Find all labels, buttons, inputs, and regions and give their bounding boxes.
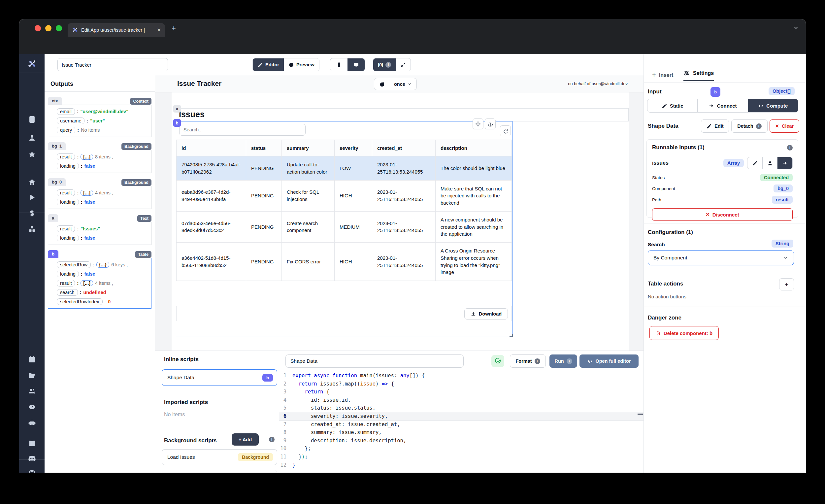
expand-chip[interactable]: [...] [80,154,93,160]
plus-icon: + [652,71,656,79]
user-kind-button[interactable] [762,157,777,169]
table-component-b[interactable]: idstatussummaryseveritycreated_atdescrip… [175,121,513,337]
expand-chip[interactable]: [...] [80,190,93,196]
anchor-component-icon[interactable] [485,119,496,129]
output-key-chip[interactable]: username [57,118,84,124]
format-button[interactable]: Formati [510,355,546,368]
building-icon[interactable] [19,113,45,126]
eye-icon[interactable] [19,401,45,414]
search-mode-select[interactable]: By Component [648,250,794,265]
code-editor[interactable]: 1export async function main(issues: any[… [279,372,644,469]
output-key-chip[interactable]: query [57,127,75,133]
output-key-chip[interactable]: selectedRow [57,262,91,268]
output-key-chip[interactable]: loading [57,199,79,205]
users-icon[interactable] [19,384,45,398]
output-section-tab[interactable]: bg_0 [48,178,66,186]
cubes-icon[interactable] [19,222,45,236]
expand-chip[interactable]: [...] [80,280,93,286]
output-key-chip[interactable]: result [57,153,75,160]
static-mode-button[interactable]: Static [648,99,697,112]
edit-button[interactable]: Edit [701,120,729,133]
static-kind-button[interactable] [747,157,762,169]
star-icon[interactable] [19,148,45,161]
tab-settings[interactable]: Settings [683,70,714,81]
mobile-view-button[interactable] [330,58,348,71]
play-icon[interactable] [19,191,45,204]
column-header-status[interactable]: status [246,140,282,156]
preview-tab[interactable]: Preview [284,58,319,71]
table-row[interactable]: 794208f5-2735-428a-b4af-b071ff0a2962PEND… [176,156,512,181]
script-name-input[interactable] [286,355,464,368]
output-section-tab[interactable]: a [48,214,58,222]
browser-tab[interactable]: Edit App u/user/issue-tracker | ✕ [68,23,165,37]
output-key-chip[interactable]: result [57,280,75,286]
connect-mode-button[interactable]: Connect [697,99,747,112]
close-window-button[interactable] [34,25,41,31]
person-icon[interactable] [19,131,45,144]
open-full-editor-button[interactable]: Open full editor [580,355,639,368]
robot-icon[interactable] [19,416,45,429]
add-background-script-button[interactable]: + Add [232,433,259,446]
clear-button[interactable]: ✕Clear [769,120,799,133]
output-section-tab[interactable]: ctx [48,97,62,104]
inline-script-shape-data[interactable]: Shape Data b [162,369,277,386]
output-key-chip[interactable]: loading [57,163,79,169]
background-badge: Background [238,453,273,461]
expand-chip[interactable]: {...} [96,262,109,268]
fullscreen-button[interactable] [396,58,410,71]
github-icon[interactable] [19,467,45,473]
folder-icon[interactable] [19,369,45,382]
table-refresh-icon[interactable] [500,126,511,136]
output-key-chip[interactable]: loading [57,271,79,277]
background-script-partial[interactable] [162,470,277,473]
minimize-window-button[interactable] [45,25,52,31]
discord-icon[interactable] [19,452,45,465]
output-key-chip[interactable]: loading [57,235,79,241]
windmill-logo-icon[interactable] [19,57,45,71]
move-component-icon[interactable] [472,119,483,129]
column-header-created_at[interactable]: created_at [372,140,436,156]
add-table-action-button[interactable]: + [779,278,794,290]
output-key-chip[interactable]: search [57,289,78,296]
disconnect-button[interactable]: ✕Disconnect [652,208,793,221]
editor-tab[interactable]: Editor [253,58,284,71]
column-header-description[interactable]: description [436,140,512,156]
tab-close-icon[interactable]: ✕ [157,27,161,33]
desktop-view-button[interactable] [348,58,365,71]
schedule-dropdown[interactable]: once [389,78,417,90]
compute-mode-button[interactable]: Compute [748,99,798,112]
run-button[interactable]: Runi [549,355,577,368]
table-row[interactable]: eaba8d96-e387-4d2d-8494-096e4143b8faPEND… [176,180,512,211]
output-key-chip[interactable]: result [57,190,75,196]
column-header-summary[interactable]: summary [282,140,334,156]
book-icon[interactable] [19,437,45,450]
table-row[interactable]: a36e4402-51d8-4d15-b566-119088b8cb52PEND… [176,242,512,281]
calendar-icon[interactable] [19,353,45,366]
new-tab-button[interactable]: + [172,25,176,32]
download-button[interactable]: Download [464,308,508,319]
output-key-chip[interactable]: result [57,225,75,232]
maximize-window-button[interactable] [56,25,62,31]
resize-handle[interactable] [510,334,513,337]
output-key-chip[interactable]: email [57,108,75,115]
connect-kind-button[interactable] [777,157,792,169]
script-component-badge: b [262,374,273,381]
text-component-a[interactable] [175,108,629,122]
background-script-load-issues[interactable]: Load Issues Background [162,449,277,465]
output-section-tab[interactable]: bg_1 [48,142,66,150]
diff-count-button[interactable]: |0|i [373,58,396,71]
output-key-chip[interactable]: selectedRowIndex [57,298,103,305]
table-search-input[interactable] [179,124,306,136]
column-header-severity[interactable]: severity [334,140,372,156]
canvas-refresh-button[interactable] [374,78,389,90]
column-header-id[interactable]: id [176,140,246,156]
dollar-icon[interactable] [19,207,45,220]
table-row[interactable]: 07da0553-4e6e-4d56-8ded-5fd0f7d5c3c2PEND… [176,211,512,242]
app-name-input[interactable] [57,58,168,71]
delete-component-button[interactable]: Delete component: b [650,326,719,340]
tab-search-chevron-icon[interactable] [793,24,799,32]
output-section-tab[interactable]: b [48,250,58,258]
tab-insert[interactable]: +Insert [652,71,673,79]
detach-button[interactable]: Detachi [731,120,768,133]
home-icon[interactable] [19,175,45,189]
